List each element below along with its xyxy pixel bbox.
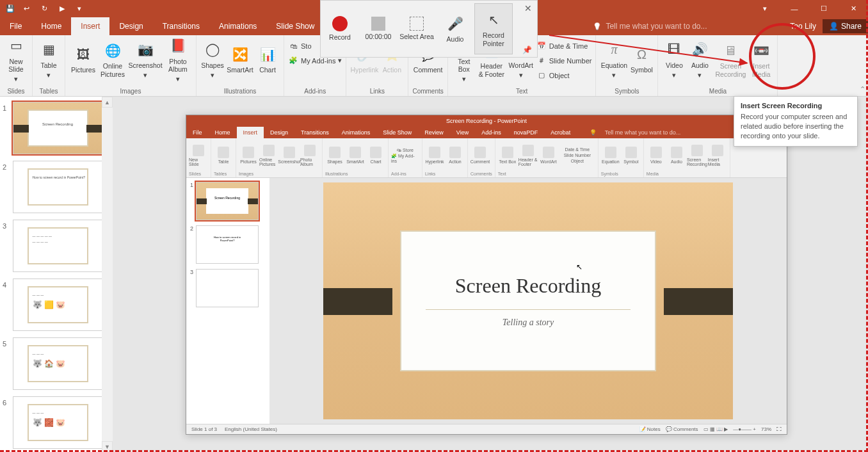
group-symbols-label: Symbols <box>615 88 639 96</box>
thumb-4[interactable]: 4— — —🐺 🟨 🐷 <box>3 278 110 331</box>
chart-label: Chart <box>259 66 276 74</box>
microphone-icon: 🎤 <box>446 14 465 33</box>
nested-grp-addins: Add-ins <box>391 172 419 176</box>
nested-audio: Audio <box>671 159 682 164</box>
group-illustrations-label: Illustrations <box>224 88 257 96</box>
share-button[interactable]: 👤Share <box>823 19 868 33</box>
tab-insert[interactable]: Insert <box>71 17 109 35</box>
nested-status-bar: Slide 1 of 3 English (United States) 📝 N… <box>186 424 787 434</box>
table-button[interactable]: ▦Table▾ <box>36 36 61 83</box>
nested-status-lang: English (United States) <box>225 426 277 432</box>
audio-label: Audio <box>691 61 709 69</box>
nested-online-pictures: Online Pictures <box>259 157 278 166</box>
nested-smartart: SmartArt <box>346 159 364 164</box>
nested-title-bar: Screen Recording - PowerPoint <box>186 115 787 127</box>
group-images-label: Images <box>120 88 141 96</box>
online-pictures-button[interactable]: 🌐Online Pictures <box>99 36 127 83</box>
minimize-button[interactable]: — <box>780 0 809 17</box>
user-name[interactable]: Teo Lily <box>790 22 816 31</box>
video-button[interactable]: 🎞Video▾ <box>662 36 686 83</box>
share-label: Share <box>841 22 862 31</box>
undo-icon[interactable]: ↩ <box>24 4 33 13</box>
nested-video: Video <box>650 159 662 164</box>
nested-status-slide: Slide 1 of 3 <box>191 426 217 432</box>
thumb-3[interactable]: 3— — — — —— — — — <box>3 220 110 272</box>
nested-tab-novapdf: novaPDF <box>508 127 545 138</box>
equation-label: Equation <box>601 61 627 69</box>
insert-media-button[interactable]: 📼Insert Media <box>749 36 773 83</box>
save-icon[interactable]: 💾 <box>6 4 15 13</box>
new-slide-button[interactable]: ▭New Slide▾ <box>4 36 28 83</box>
tab-slideshow[interactable]: Slide Show <box>266 17 324 35</box>
tab-home[interactable]: Home <box>31 17 71 35</box>
nested-pictures: Pictures <box>240 159 256 164</box>
slide-number-label: Slide Number <box>549 57 592 65</box>
nested-chart: Chart <box>370 159 381 164</box>
thumb-5[interactable]: 5— — —🐺 🏠 🐷 <box>3 337 110 390</box>
photo-album-button[interactable]: 📕Photo Album▾ <box>164 36 192 83</box>
nested-tab-animations: Animations <box>335 127 377 138</box>
nested-comment: Comment <box>470 159 490 164</box>
screen-recording-tooltip: Insert Screen Recording Record your comp… <box>734 96 858 147</box>
audio-toggle-button[interactable]: 🎤Audio <box>436 3 474 54</box>
audio-button[interactable]: 🔊Audio▾ <box>687 36 712 83</box>
comment-label: Comment <box>414 66 443 74</box>
ribbon-display-options[interactable]: ▾ <box>750 0 780 17</box>
recording-close-icon[interactable]: ✕ <box>524 3 532 13</box>
shapes-button[interactable]: ◯Shapes▾ <box>200 36 225 83</box>
nested-date-time: Date & Time <box>565 147 590 152</box>
thumb-scrollbar[interactable]: ▲ ▼ <box>102 97 113 452</box>
nested-slide-title: Screen Recording <box>455 274 601 298</box>
symbol-label: Symbol <box>631 66 653 74</box>
thumb-2[interactable]: 2How to screen record in PowerPoint? <box>3 161 110 213</box>
group-media-label: Media <box>709 88 727 96</box>
thumb-num: 1 <box>3 102 9 154</box>
chart-button[interactable]: 📊Chart <box>255 36 280 83</box>
maximize-button[interactable]: ☐ <box>809 0 839 17</box>
slide-number-button[interactable]: #️Slide Number <box>536 54 592 67</box>
record-label: Record <box>329 33 351 41</box>
recording-pin-icon[interactable]: 📌 <box>522 45 532 54</box>
redo-icon[interactable]: ↻ <box>42 4 51 13</box>
thumb-title: Screen Recording <box>28 109 88 147</box>
tab-design[interactable]: Design <box>109 17 152 35</box>
smartart-button[interactable]: 🔀SmartArt <box>226 36 254 83</box>
qat-customize-icon[interactable]: ▾ <box>77 4 81 13</box>
tab-file[interactable]: File <box>0 17 31 35</box>
screenshot-button[interactable]: 📷Screenshot▾ <box>128 36 163 83</box>
symbol-button[interactable]: ΩSymbol <box>629 36 654 83</box>
record-button[interactable]: Record <box>321 3 359 54</box>
nested-status-notes: Notes <box>647 426 661 432</box>
tooltip-title: Insert Screen Recording <box>741 102 851 109</box>
select-area-button[interactable]: Select Area <box>398 3 436 54</box>
record-pointer-button[interactable]: ↖Record Pointer <box>474 3 513 54</box>
shapes-label: Shapes <box>201 61 224 69</box>
thumb-title: How to screen record in PowerPoint? <box>28 168 88 206</box>
nested-thumb-title: How to screen record in PowerPoint? <box>206 232 248 257</box>
my-addins-label: My Add-ins <box>301 57 335 65</box>
thumb-1[interactable]: 1Screen Recording <box>3 102 110 154</box>
start-from-beginning-icon[interactable]: ▶ <box>60 4 68 13</box>
close-button[interactable]: ✕ <box>839 0 868 17</box>
store-label: Sto <box>301 42 312 50</box>
slide-canvas-area: Screen Recording - PowerPoint File Home … <box>113 97 868 452</box>
nested-store: Store <box>403 148 414 152</box>
nested-shapes: Shapes <box>327 159 342 164</box>
thumb-num: 2 <box>3 161 9 213</box>
scroll-up-icon[interactable]: ▲ <box>102 97 113 108</box>
nested-slide-number: Slide Number <box>564 153 591 157</box>
collapse-ribbon-icon[interactable]: ⌃ <box>860 85 865 93</box>
audio-toggle-label: Audio <box>447 35 464 43</box>
nested-grp-symbols: Symbols <box>601 172 641 176</box>
pictures-button[interactable]: 🖼Pictures <box>69 36 97 83</box>
quick-access-toolbar: 💾 ↩ ↻ ▶ ▾ <box>0 4 81 13</box>
workspace: 1Screen Recording 2How to screen record … <box>0 97 868 452</box>
tab-transitions[interactable]: Transitions <box>153 17 209 35</box>
object-button[interactable]: ▢Object <box>536 69 592 82</box>
thumb-6[interactable]: 6— — —🐺 🧱 🐷 <box>3 396 110 449</box>
cursor-icon: ↖ <box>576 262 583 271</box>
tell-me-search[interactable]: Tell me what you want to do... <box>593 22 707 31</box>
tab-animations[interactable]: Animations <box>209 17 266 35</box>
date-time-button[interactable]: 📅Date & Time <box>536 39 592 52</box>
thumb-num: 6 <box>3 396 9 449</box>
